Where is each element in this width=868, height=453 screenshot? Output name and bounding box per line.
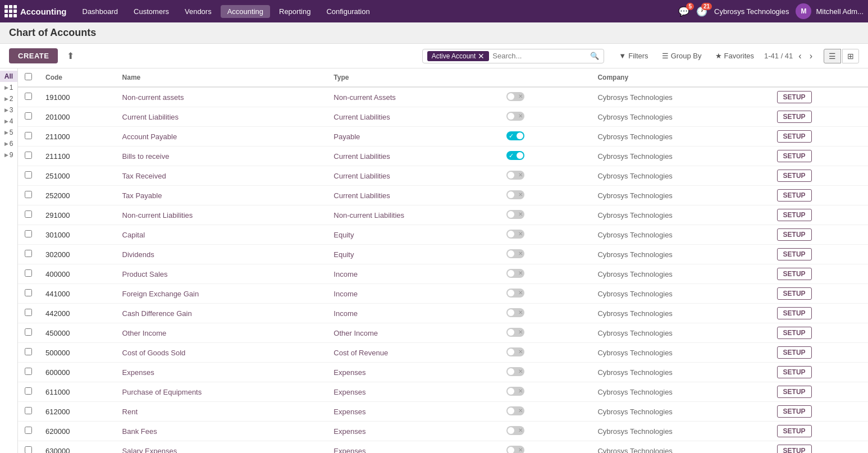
row-checkbox[interactable] (18, 441, 39, 454)
row-type[interactable]: Expenses (327, 402, 500, 422)
row-toggle[interactable] (500, 422, 564, 441)
setup-button[interactable]: SETUP (777, 366, 812, 378)
row-toggle[interactable] (500, 245, 564, 264)
row-name[interactable]: Other Income (116, 323, 327, 343)
account-toggle[interactable] (506, 112, 524, 121)
row-name[interactable]: Salary Expenses (116, 441, 327, 454)
side-filter-6[interactable]: ▶6 (0, 138, 17, 149)
row-checkbox[interactable] (18, 422, 39, 441)
account-toggle[interactable] (506, 269, 524, 278)
groupby-button[interactable]: ☰ Group By (656, 49, 707, 62)
app-logo[interactable]: Accounting (4, 5, 67, 17)
setup-button[interactable]: SETUP (777, 307, 812, 319)
row-name[interactable]: Bank Fees (116, 422, 327, 441)
row-checkbox[interactable] (18, 402, 39, 422)
row-toggle[interactable] (500, 363, 564, 382)
row-toggle[interactable] (500, 127, 564, 147)
side-filter-1[interactable]: ▶1 (0, 82, 17, 93)
row-type[interactable]: Current Liabilities (327, 147, 500, 166)
row-toggle[interactable] (500, 205, 564, 225)
side-filter-4[interactable]: ▶4 (0, 116, 17, 127)
row-checkbox[interactable] (18, 147, 39, 166)
row-name[interactable]: Tax Received (116, 166, 327, 186)
row-toggle[interactable] (500, 147, 564, 166)
row-checkbox[interactable] (18, 304, 39, 323)
setup-button[interactable]: SETUP (777, 327, 812, 339)
active-account-filter[interactable]: Active Account ✕ (427, 51, 490, 61)
list-view-button[interactable]: ☰ (824, 49, 841, 63)
search-input[interactable] (492, 52, 587, 60)
row-name[interactable]: Dividends (116, 245, 327, 264)
setup-button[interactable]: SETUP (777, 150, 812, 162)
row-checkbox[interactable] (18, 382, 39, 402)
side-filter-all[interactable]: All (0, 71, 17, 82)
row-type[interactable]: Other Income (327, 323, 500, 343)
setup-button[interactable]: SETUP (777, 111, 812, 123)
setup-button[interactable]: SETUP (777, 445, 812, 453)
row-checkbox[interactable] (18, 107, 39, 127)
row-toggle[interactable] (500, 323, 564, 343)
create-button[interactable]: CREATE (9, 48, 58, 63)
row-type[interactable]: Expenses (327, 382, 500, 402)
account-toggle[interactable] (506, 171, 524, 180)
row-toggle[interactable] (500, 186, 564, 205)
setup-button[interactable]: SETUP (777, 170, 812, 182)
row-type[interactable]: Income (327, 284, 500, 304)
setup-button[interactable]: SETUP (777, 228, 812, 241)
row-toggle[interactable] (500, 284, 564, 304)
setup-button[interactable]: SETUP (777, 248, 812, 260)
row-toggle[interactable] (500, 304, 564, 323)
row-checkbox[interactable] (18, 166, 39, 186)
row-toggle[interactable] (500, 382, 564, 402)
row-checkbox[interactable] (18, 205, 39, 225)
row-name[interactable]: Foreign Exchange Gain (116, 284, 327, 304)
row-toggle[interactable] (500, 87, 564, 107)
row-type[interactable]: Current Liabilities (327, 186, 500, 205)
account-toggle[interactable] (506, 230, 524, 239)
row-checkbox[interactable] (18, 363, 39, 382)
row-type[interactable]: Payable (327, 127, 500, 147)
row-name[interactable]: Product Sales (116, 264, 327, 284)
side-filter-2[interactable]: ▶2 (0, 93, 17, 104)
account-toggle[interactable] (506, 347, 524, 356)
setup-button[interactable]: SETUP (777, 209, 812, 221)
row-name[interactable]: Non-current Liabilities (116, 205, 327, 225)
row-checkbox[interactable] (18, 225, 39, 245)
row-type[interactable]: Expenses (327, 441, 500, 454)
prev-page-button[interactable]: ‹ (796, 50, 803, 62)
row-type[interactable]: Non-current Assets (327, 87, 500, 107)
row-toggle[interactable] (500, 225, 564, 245)
row-type[interactable]: Equity (327, 245, 500, 264)
row-name[interactable]: Cost of Goods Sold (116, 343, 327, 363)
account-toggle[interactable] (506, 289, 524, 298)
row-name[interactable]: Expenses (116, 363, 327, 382)
row-name[interactable]: Current Liabilities (116, 107, 327, 127)
row-name[interactable]: Rent (116, 402, 327, 422)
account-toggle[interactable] (506, 131, 524, 140)
account-toggle[interactable] (506, 190, 524, 199)
row-type[interactable]: Non-current Liabilities (327, 205, 500, 225)
select-all-checkbox[interactable] (25, 73, 32, 80)
row-type[interactable]: Cost of Revenue (327, 343, 500, 363)
row-name[interactable]: Cash Difference Gain (116, 304, 327, 323)
row-name[interactable]: Account Payable (116, 127, 327, 147)
row-checkbox[interactable] (18, 87, 39, 107)
setup-button[interactable]: SETUP (777, 386, 812, 398)
side-filter-9[interactable]: ▶9 (0, 149, 17, 161)
row-name[interactable]: Purchase of Equipments (116, 382, 327, 402)
row-toggle[interactable] (500, 107, 564, 127)
row-toggle[interactable] (500, 441, 564, 454)
row-name[interactable]: Tax Payable (116, 186, 327, 205)
row-type[interactable]: Income (327, 304, 500, 323)
row-checkbox[interactable] (18, 264, 39, 284)
row-type[interactable]: Current Liabilities (327, 107, 500, 127)
setup-button[interactable]: SETUP (777, 268, 812, 280)
account-toggle[interactable] (506, 426, 524, 435)
setup-button[interactable]: SETUP (777, 405, 812, 418)
row-checkbox[interactable] (18, 343, 39, 363)
row-name[interactable]: Non-current assets (116, 87, 327, 107)
row-name[interactable]: Capital (116, 225, 327, 245)
favorites-button[interactable]: ★ Favorites (710, 49, 760, 62)
row-name[interactable]: Bills to receive (116, 147, 327, 166)
row-checkbox[interactable] (18, 186, 39, 205)
